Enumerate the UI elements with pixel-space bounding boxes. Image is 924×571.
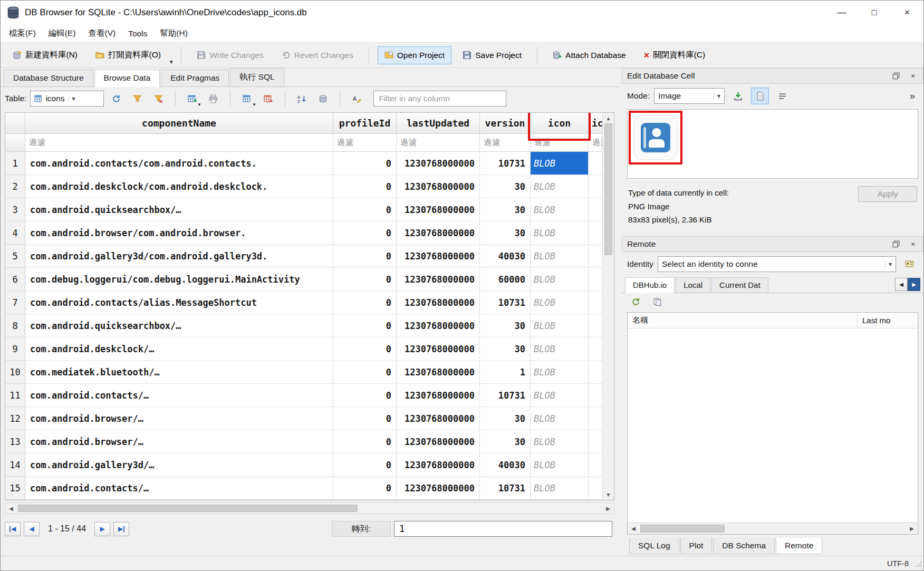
horizontal-scroll-track[interactable]	[17, 503, 602, 514]
cell-version[interactable]: 10731	[480, 291, 531, 314]
cell-profileId[interactable]: 0	[333, 430, 397, 453]
cell-icon[interactable]: BLOB	[531, 245, 589, 268]
table-row[interactable]: 6 com.debug.loggerui/com.debug.loggerui.…	[5, 268, 602, 291]
row-number[interactable]: 12	[5, 407, 25, 430]
cell-icon[interactable]: BLOB	[531, 291, 589, 314]
remote-tab-dbhub[interactable]: DBHub.io	[625, 277, 675, 293]
cell-lastUpdated[interactable]: 1230768000000	[397, 221, 480, 245]
table-row[interactable]: 4 com.android.browser/com.android.browse…	[5, 221, 602, 245]
cell-lastUpdated[interactable]: 1230768000000	[397, 407, 480, 430]
insert-record-button[interactable]: ▾	[184, 90, 201, 107]
table-row[interactable]: 8 com.android.quicksearchbox/… 0 1230768…	[5, 314, 602, 337]
cell-profileId[interactable]: 0	[333, 407, 397, 430]
sort-asc-button[interactable]: AZ	[293, 90, 311, 107]
first-page-button[interactable]: ◀	[5, 522, 21, 536]
cell-componentName[interactable]: com.android.contacts/com.android.contact…	[25, 152, 333, 175]
row-number[interactable]: 10	[5, 361, 25, 384]
new-database-button[interactable]: 新建資料庫(N)	[6, 45, 84, 65]
table-row[interactable]: 15 com.android.contacts/… 0 123076800000…	[5, 477, 602, 500]
tab-browse-data[interactable]: Browse Data	[94, 70, 160, 87]
write-changes-button[interactable]: Write Changes	[190, 46, 270, 64]
dock-tab-remote[interactable]: Remote	[776, 538, 822, 554]
menu-item-view[interactable]: 查看(V)	[82, 25, 122, 42]
refresh-button[interactable]	[108, 90, 125, 107]
cell-profileId[interactable]: 0	[333, 477, 397, 500]
remote-horizontal-scrollbar[interactable]: ◀ ▶	[628, 522, 918, 534]
cell-icon[interactable]: BLOB	[531, 477, 589, 500]
import-data-button[interactable]	[729, 88, 747, 104]
cell-lastUpdated[interactable]: 1230768000000	[397, 453, 480, 477]
cell-componentName[interactable]: com.android.browser/com.android.browser.	[25, 221, 333, 245]
cell-icon[interactable]: BLOB	[531, 453, 589, 477]
attach-database-button[interactable]: Attach Database	[546, 46, 633, 64]
table-row[interactable]: 3 com.android.quicksearchbox/… 0 1230768…	[5, 198, 602, 221]
scroll-down-arrow[interactable]: ▼	[603, 489, 614, 500]
menu-item-edit[interactable]: 編輯(E)	[42, 25, 82, 42]
cell-lastUpdated[interactable]: 1230768000000	[397, 245, 480, 268]
row-number[interactable]: 13	[5, 430, 25, 453]
row-number[interactable]: 15	[5, 477, 25, 500]
vertical-scroll-track[interactable]	[603, 123, 614, 489]
cell-lastUpdated[interactable]: 1230768000000	[397, 291, 480, 314]
open-database-caret[interactable]: ▾	[170, 59, 173, 67]
cell-componentName[interactable]: com.android.quicksearchbox/…	[25, 198, 333, 221]
new-record-button[interactable]: ▾	[238, 90, 256, 107]
table-row[interactable]: 1 com.android.contacts/com.android.conta…	[5, 152, 602, 175]
tab-scroll-left-button[interactable]: ◀	[895, 278, 908, 291]
apply-button[interactable]: Apply	[858, 186, 917, 202]
row-number[interactable]: 9	[5, 337, 25, 361]
cell-version[interactable]: 30	[480, 407, 531, 430]
table-row[interactable]: 12 com.android.browser/… 0 1230768000000…	[5, 407, 602, 430]
filter-input-partial[interactable]: 過濾	[589, 134, 602, 152]
cell-componentName[interactable]: com.android.contacts/…	[25, 477, 333, 500]
row-number[interactable]: 11	[5, 384, 25, 407]
cell-lastUpdated[interactable]: 1230768000000	[397, 198, 480, 221]
cell-profileId[interactable]: 0	[333, 314, 397, 337]
table-row[interactable]: 14 com.android.gallery3d/… 0 12307680000…	[5, 453, 602, 477]
filter-input-profileId[interactable]: 過濾	[333, 134, 397, 152]
table-row[interactable]: 9 com.android.deskclock/… 0 123076800000…	[5, 337, 602, 361]
cell-icon[interactable]: BLOB	[531, 384, 589, 407]
column-header-profileId[interactable]: profileId	[333, 113, 397, 134]
revert-changes-button[interactable]: Revert Changes	[275, 46, 360, 64]
table-row[interactable]: 11 com.android.contacts/… 0 123076800000…	[5, 384, 602, 407]
dock-tab-plot[interactable]: Plot	[680, 538, 713, 554]
database-toolbar-button[interactable]	[314, 90, 332, 107]
open-database-button[interactable]: 打開資料庫(O)	[89, 45, 168, 65]
edit-sort-button[interactable]: A	[348, 90, 365, 107]
column-header-partial[interactable]: ic	[589, 113, 602, 134]
remote-scroll-right-arrow[interactable]: ▶	[906, 526, 918, 531]
close-database-button[interactable]: × 關閉資料庫(C)	[637, 45, 713, 65]
toolbar-overflow-button[interactable]: »	[910, 91, 918, 102]
cell-icon[interactable]: BLOB	[531, 221, 589, 245]
remote-tab-local[interactable]: Local	[676, 277, 710, 293]
cell-profileId[interactable]: 0	[333, 361, 397, 384]
cell-lastUpdated[interactable]: 1230768000000	[397, 314, 480, 337]
cell-componentName[interactable]: com.android.browser/…	[25, 430, 333, 453]
cell-profileId[interactable]: 0	[333, 245, 397, 268]
horizontal-scrollbar[interactable]: ◀ ▶	[5, 502, 614, 514]
prev-page-button[interactable]: ◀	[24, 522, 40, 536]
tab-edit-pragmas[interactable]: Edit Pragmas	[161, 70, 229, 86]
cell-version[interactable]: 30	[480, 198, 531, 221]
cell-version[interactable]: 10731	[480, 477, 531, 500]
horizontal-scroll-thumb[interactable]	[18, 505, 358, 512]
cell-profileId[interactable]: 0	[333, 221, 397, 245]
text-mode-button[interactable]	[751, 88, 769, 104]
cell-profileId[interactable]: 0	[333, 268, 397, 291]
remote-column-name[interactable]: 名稱	[628, 313, 858, 328]
cell-lastUpdated[interactable]: 1230768000000	[397, 268, 480, 291]
tab-execute-sql[interactable]: 執行 SQL	[230, 68, 284, 86]
save-project-button[interactable]: Save Project	[456, 46, 528, 64]
cell-icon[interactable]: BLOB	[531, 198, 589, 221]
cell-profileId[interactable]: 0	[333, 175, 397, 198]
cell-icon[interactable]: BLOB	[531, 361, 589, 384]
cell-version[interactable]: 30	[480, 314, 531, 337]
remote-clone-button[interactable]	[649, 294, 666, 311]
maximize-button[interactable]: □	[858, 1, 891, 25]
row-number[interactable]: 4	[5, 221, 25, 245]
cell-version[interactable]: 30	[480, 175, 531, 198]
close-panel-button[interactable]: ×	[908, 239, 918, 249]
cell-version[interactable]: 10731	[480, 384, 531, 407]
cell-version[interactable]: 30	[480, 430, 531, 453]
